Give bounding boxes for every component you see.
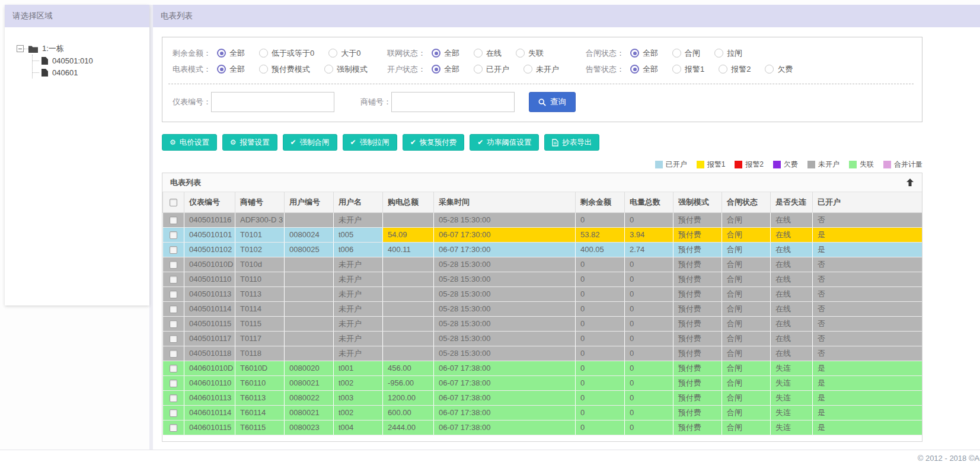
row-checkbox[interactable] xyxy=(170,409,177,417)
restore-prepaid-button[interactable]: ✔恢复预付费 xyxy=(403,134,465,151)
radio-icon[interactable] xyxy=(217,49,226,58)
radio-option-account-status-2[interactable]: 未开户 xyxy=(523,64,559,75)
radio-icon[interactable] xyxy=(719,65,727,74)
row-checkbox[interactable] xyxy=(170,380,177,387)
radio-icon[interactable] xyxy=(672,49,681,58)
tree-node-child[interactable]: 040501:010 xyxy=(33,55,149,66)
radio-option-network-status-0[interactable]: 全部 xyxy=(432,48,459,59)
cell-shop_no: T6010D xyxy=(235,361,285,375)
arrow-up-icon[interactable] xyxy=(906,179,914,187)
table-row[interactable]: 040601010DT6010D0080020t001456.0006-07 1… xyxy=(163,361,922,375)
table-row[interactable]: 0405010101T01010080024t00554.0906-07 17:… xyxy=(163,227,922,242)
price-settings-button[interactable]: ⚙电价设置 xyxy=(162,134,217,151)
radio-option-account-status-0[interactable]: 全部 xyxy=(432,64,459,75)
table-row[interactable]: 0405010102T01020080025t006400.1106-07 17… xyxy=(163,242,922,257)
status-legend: 已开户报警1报警2欠费未开户失联合并计量 xyxy=(162,160,922,170)
radio-option-network-status-2[interactable]: 失联 xyxy=(516,48,544,59)
radio-option-account-status-1[interactable]: 已开户 xyxy=(474,64,509,75)
table-row[interactable]: 0405010110T0110未开户05-28 15:30:0000预付费合闸在… xyxy=(163,272,922,286)
row-checkbox[interactable] xyxy=(170,231,177,239)
cell-energy_total: 0 xyxy=(625,286,673,301)
row-checkbox[interactable] xyxy=(170,335,177,343)
row-checkbox[interactable] xyxy=(170,261,177,269)
tree-node-root[interactable]: 1:一栋 xyxy=(17,43,149,55)
table-row[interactable]: 0405010115T0115未开户05-28 15:30:0000预付费合闸在… xyxy=(163,316,922,331)
radio-icon[interactable] xyxy=(432,49,440,58)
table-row[interactable]: 0406010114T601140080021t002600.0006-07 1… xyxy=(163,405,922,420)
cell-user_no: 0080020 xyxy=(285,361,334,375)
table-row[interactable]: 0405010114T0114未开户05-28 15:30:0000预付费合闸在… xyxy=(163,301,922,316)
force-close-button[interactable]: ✔强制合闸 xyxy=(283,134,337,151)
row-checkbox-cell xyxy=(163,286,184,301)
radio-icon[interactable] xyxy=(714,49,723,58)
radio-icon[interactable] xyxy=(432,65,440,74)
tree-node-label[interactable]: 040601 xyxy=(51,68,78,77)
row-checkbox[interactable] xyxy=(170,350,177,358)
row-checkbox[interactable] xyxy=(170,424,177,432)
radio-icon[interactable] xyxy=(630,49,639,58)
radio-icon[interactable] xyxy=(324,65,333,74)
radio-icon[interactable] xyxy=(217,65,226,74)
meter-table: 仪表编号商铺号用户编号用户名购电总额采集时间剩余金额电量总数强制模式合闸状态是否… xyxy=(162,192,922,435)
table-row[interactable]: 0405010113T0113未开户05-28 15:30:0000预付费合闸在… xyxy=(163,286,922,301)
radio-icon[interactable] xyxy=(630,65,639,74)
table-row[interactable]: 0405010117T0117未开户05-28 15:30:0000预付费合闸在… xyxy=(163,331,922,346)
cell-energy_total: 0 xyxy=(625,361,673,375)
radio-option-alarm-status-3[interactable]: 欠费 xyxy=(765,64,793,75)
radio-icon[interactable] xyxy=(474,65,483,74)
radio-option-switch-status-2[interactable]: 拉闸 xyxy=(714,48,742,59)
row-checkbox[interactable] xyxy=(170,320,177,328)
radio-option-switch-status-0[interactable]: 全部 xyxy=(630,48,658,59)
radio-icon[interactable] xyxy=(516,49,525,58)
radio-option-alarm-status-1[interactable]: 报警1 xyxy=(672,64,704,75)
table-row[interactable]: 0405010116ADF300-D 3未开户05-28 15:30:0000预… xyxy=(163,212,922,227)
cell-user_name: 未开户 xyxy=(334,257,383,272)
radio-option-switch-status-1[interactable]: 合闸 xyxy=(672,48,700,59)
tree-collapse-icon[interactable] xyxy=(17,45,24,52)
legend-item: 欠费 xyxy=(773,160,798,170)
radio-option-meter-mode-1[interactable]: 预付费模式 xyxy=(259,64,310,75)
radio-icon[interactable] xyxy=(765,65,774,74)
row-checkbox[interactable] xyxy=(170,276,177,284)
cell-balance: 0 xyxy=(576,257,625,272)
table-row[interactable]: 040501010DT010d未开户05-28 15:30:0000预付费合闸在… xyxy=(163,257,922,272)
row-checkbox[interactable] xyxy=(170,291,177,298)
table-row[interactable]: 0406010110T601100080021t002-956.0006-07 … xyxy=(163,375,922,390)
table-row[interactable]: 0406010113T601130080022t0031200.0006-07 … xyxy=(163,390,922,405)
cell-energy_total: 0 xyxy=(625,390,673,405)
row-checkbox[interactable] xyxy=(170,305,177,313)
search-button[interactable]: 查询 xyxy=(529,92,576,112)
radio-icon[interactable] xyxy=(259,65,268,74)
meter-no-input[interactable] xyxy=(211,92,334,112)
radio-option-meter-mode-0[interactable]: 全部 xyxy=(217,64,245,75)
power-threshold-button[interactable]: ✔功率阈值设置 xyxy=(470,134,539,151)
row-checkbox[interactable] xyxy=(170,216,177,224)
radio-option-network-status-1[interactable]: 在线 xyxy=(474,48,502,59)
row-checkbox[interactable] xyxy=(170,394,177,402)
radio-option-meter-mode-2[interactable]: 强制模式 xyxy=(324,64,368,75)
select-all-checkbox[interactable] xyxy=(170,199,177,206)
radio-icon[interactable] xyxy=(672,65,681,74)
alarm-settings-button[interactable]: ⚙报警设置 xyxy=(222,134,277,151)
tree-node-label[interactable]: 040501:010 xyxy=(51,56,93,65)
radio-option-remaining-amount-1[interactable]: 低于或等于0 xyxy=(259,48,314,59)
force-open-button[interactable]: ✔强制拉闸 xyxy=(343,134,397,151)
tree-node-label[interactable]: 1:一栋 xyxy=(41,43,64,54)
radio-option-alarm-status-0[interactable]: 全部 xyxy=(630,64,658,75)
cell-connect_status: 失连 xyxy=(771,420,813,435)
shop-no-input[interactable] xyxy=(391,92,515,112)
row-checkbox[interactable] xyxy=(170,246,177,254)
cell-opened: 否 xyxy=(813,316,922,331)
radio-icon[interactable] xyxy=(474,49,483,58)
radio-icon[interactable] xyxy=(328,49,337,58)
radio-option-remaining-amount-0[interactable]: 全部 xyxy=(217,48,245,59)
radio-icon[interactable] xyxy=(259,49,268,58)
radio-icon[interactable] xyxy=(523,65,532,74)
row-checkbox[interactable] xyxy=(170,365,177,372)
radio-option-remaining-amount-2[interactable]: 大于0 xyxy=(328,48,360,59)
table-row[interactable]: 0406010115T601150080023t0042444.0006-07 … xyxy=(163,420,922,435)
table-row[interactable]: 0405010118T0118未开户05-28 15:30:0000预付费合闸在… xyxy=(163,346,922,361)
radio-option-alarm-status-2[interactable]: 报警2 xyxy=(719,64,751,75)
meter-export-button[interactable]: 抄表导出 xyxy=(544,134,599,151)
tree-node-child[interactable]: 040601 xyxy=(33,66,149,78)
